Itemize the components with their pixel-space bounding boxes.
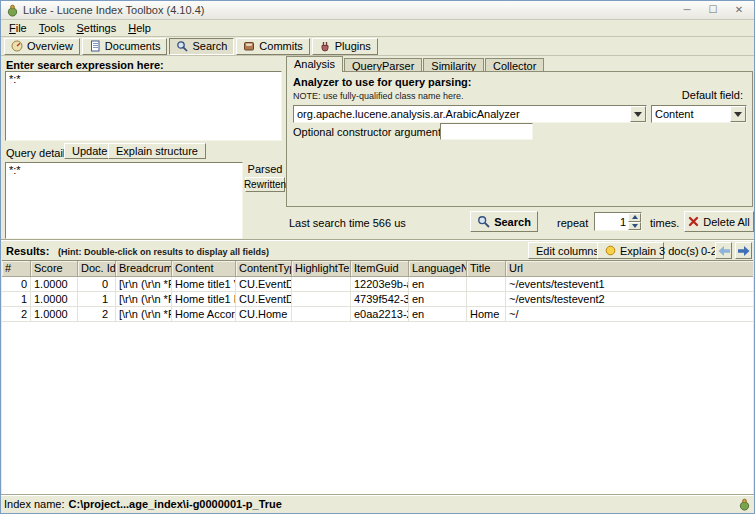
overview-icon (11, 40, 23, 52)
table-cell: e0aa2213-28 (351, 307, 409, 322)
column-header[interactable]: Score (31, 261, 78, 277)
next-page-button[interactable] (735, 242, 752, 259)
table-cell: ~/events/testevent2 (506, 292, 753, 307)
minimize-button[interactable]: ─ (677, 3, 697, 18)
analyzer-combobox-value: org.apache.lucene.analysis.ar.ArabicAnal… (294, 106, 630, 122)
menu-settings[interactable]: Settings (70, 21, 122, 35)
table-cell: 2 (2, 307, 31, 322)
column-header[interactable]: Doc. Id (78, 261, 116, 277)
table-cell: Home Accorc (172, 307, 236, 322)
table-cell: 2 (78, 307, 116, 322)
last-search-time: Last search time 566 us (289, 217, 406, 229)
commits-icon (243, 40, 255, 52)
table-row[interactable]: 0 1.0000 0 [\r\n (\r\n *P Home title1 V … (2, 277, 753, 292)
column-header[interactable]: Title (467, 261, 506, 277)
analyzer-combobox[interactable]: org.apache.lucene.analysis.ar.ArabicAnal… (293, 105, 647, 123)
tab-queryparser[interactable]: QueryParser (344, 58, 422, 72)
table-cell: 12203e9b-a8 (351, 277, 409, 292)
table-cell: CU.Home (236, 307, 292, 322)
table-cell: 1 (78, 292, 116, 307)
tab-analysis[interactable]: Analysis (286, 56, 343, 72)
table-cell: 4739f542-33 (351, 292, 409, 307)
spinner-up-button[interactable] (628, 213, 641, 222)
table-cell: 1.0000 (31, 307, 78, 322)
tab-plugins-label: Plugins (335, 40, 371, 52)
constructor-argument-label: Optional constructor argument: (293, 126, 444, 138)
search-expression-input[interactable]: *:* (5, 71, 282, 141)
tab-plugins[interactable]: Plugins (312, 38, 378, 55)
documents-icon (89, 40, 101, 52)
default-field-combo-arrow-button[interactable] (730, 106, 746, 122)
analyzer-combo-arrow-button[interactable] (630, 106, 646, 122)
table-cell: Home title1 F (172, 292, 236, 307)
table-cell: 1 (2, 292, 31, 307)
titlebar: Luke - Lucene Index Toolbox (4.10.4) ─ ☐… (1, 1, 754, 20)
previous-page-button[interactable] (715, 242, 732, 259)
repeat-spinner-input[interactable] (595, 213, 628, 230)
results-label: Results: (6, 245, 49, 257)
tab-overview[interactable]: Overview (4, 38, 80, 55)
tab-documents[interactable]: Documents (82, 38, 168, 55)
tab-commits[interactable]: Commits (236, 38, 309, 55)
tab-collector[interactable]: Collector (485, 58, 544, 72)
next-page-icon (738, 246, 750, 256)
search-button[interactable]: Search (470, 211, 538, 232)
table-cell: en (409, 277, 467, 292)
menu-tools[interactable]: Tools (33, 21, 71, 35)
table-cell: en (409, 292, 467, 307)
rewritten-toggle[interactable]: Rewritten (245, 177, 285, 192)
query-details-view[interactable]: *:* (5, 162, 243, 239)
table-row[interactable]: 2 1.0000 2 [\r\n (\r\n *P Home Accorc CU… (2, 307, 753, 322)
tab-documents-label: Documents (105, 40, 161, 52)
default-field-combobox[interactable]: Content (651, 105, 747, 123)
constructor-argument-input[interactable] (440, 123, 533, 140)
tab-commits-label: Commits (259, 40, 302, 52)
table-cell: 0 (2, 277, 31, 292)
explain-icon (605, 245, 616, 256)
chevron-down-icon (634, 112, 642, 117)
close-button[interactable]: ✕ (729, 3, 749, 18)
explain-structure-button[interactable]: Explain structure (108, 143, 206, 159)
column-header[interactable]: ItemGuid (351, 261, 409, 277)
parsed-toggle[interactable]: Parsed (246, 163, 284, 175)
column-header[interactable]: HighlightText (292, 261, 351, 277)
main-tab-bar: Overview Documents Search Commits Plugin… (1, 37, 754, 56)
window-controls: ─ ☐ ✕ (677, 3, 749, 18)
repeat-spinner[interactable] (594, 212, 642, 231)
column-header[interactable]: Url (506, 261, 753, 277)
delete-all-button[interactable]: Delete All (684, 211, 754, 232)
tab-overview-label: Overview (27, 40, 73, 52)
table-cell: 1.0000 (31, 292, 78, 307)
column-header[interactable]: ContentTypeN (236, 261, 292, 277)
table-cell: [\r\n (\r\n *P (116, 277, 172, 292)
prev-page-icon (718, 246, 730, 256)
column-header[interactable]: Content (172, 261, 236, 277)
menu-file[interactable]: File (3, 21, 33, 35)
results-bar: Results: (Hint: Double-click on results … (1, 239, 754, 260)
spinner-down-button[interactable] (628, 222, 641, 231)
explain-button[interactable]: Explain (597, 242, 664, 259)
menu-help[interactable]: Help (122, 21, 157, 35)
analysis-tab-strip: Analysis QueryParser Similarity Collecto… (286, 56, 545, 72)
table-header-row: # Score Doc. Id Breadcrumbs Content Cont… (2, 261, 753, 277)
table-row[interactable]: 1 1.0000 1 [\r\n (\r\n *P Home title1 F … (2, 292, 753, 307)
analysis-panel: Analyzer to use for query parsing: NOTE:… (286, 71, 753, 207)
maximize-button[interactable]: ☐ (703, 3, 723, 18)
default-field-label: Default field: (682, 89, 743, 101)
table-cell: ~/events/testevent1 (506, 277, 753, 292)
default-field-combobox-value: Content (652, 106, 730, 122)
column-header[interactable]: Breadcrumbs (116, 261, 172, 277)
table-cell: Home title1 V (172, 277, 236, 292)
app-icon (6, 4, 19, 17)
statusbar: Index name: C:\project...age_index\i-g00… (1, 494, 754, 513)
edit-columns-button[interactable]: Edit columns (528, 242, 607, 259)
luke-window: Luke - Lucene Index Toolbox (4.10.4) ─ ☐… (0, 0, 755, 514)
analyzer-heading: Analyzer to use for query parsing: (293, 76, 471, 88)
tab-search[interactable]: Search (169, 38, 234, 55)
tab-similarity[interactable]: Similarity (423, 58, 484, 72)
explain-button-label: Explain (620, 245, 656, 257)
window-title: Luke - Lucene Index Toolbox (4.10.4) (23, 4, 204, 16)
column-header[interactable]: # (2, 261, 31, 277)
column-header[interactable]: LanguageNam (409, 261, 467, 277)
index-name-label: Index name: (4, 498, 65, 510)
